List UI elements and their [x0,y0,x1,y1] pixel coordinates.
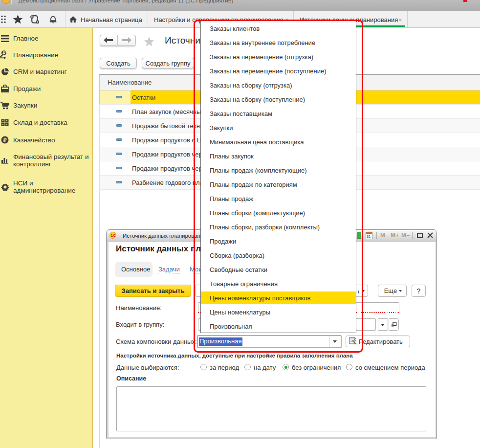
svg-text:₽: ₽ [2,50,5,55]
svg-text:₽: ₽ [3,137,7,143]
